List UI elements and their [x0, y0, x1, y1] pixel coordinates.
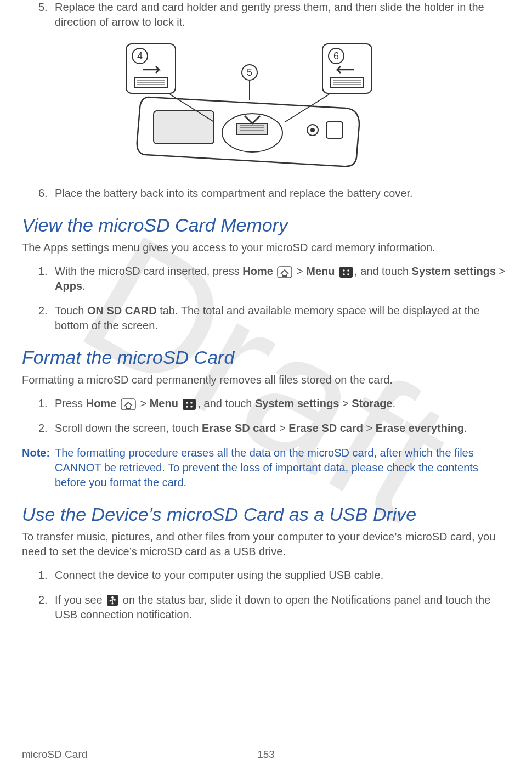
step-text: Replace the card and card holder and gen…	[55, 1, 484, 28]
callout-6: 6	[333, 50, 339, 61]
lead-usb: To transfer music, pictures, and other f…	[22, 530, 510, 559]
heading-format: Format the microSD Card	[22, 345, 510, 370]
svg-point-29	[343, 273, 345, 275]
step-6: 6. Place the battery back into its compa…	[22, 186, 510, 201]
text-part: Press	[55, 397, 86, 409]
diagram-card-holder: 4 6 5	[104, 40, 510, 175]
label-erase-everything: Erase everything	[376, 422, 464, 434]
format-step-1: 1. Press Home > Menu , and touch System …	[22, 396, 510, 411]
text-part: >	[140, 397, 149, 409]
intro-steps-cont: 6. Place the battery back into its compa…	[22, 186, 510, 201]
text-part: >	[496, 265, 505, 277]
format-steps: 1. Press Home > Menu , and touch System …	[22, 396, 510, 436]
label-home: Home	[86, 397, 117, 409]
home-icon	[121, 398, 136, 410]
text-part: .	[464, 422, 467, 434]
text-part: , and touch	[197, 397, 255, 409]
label-erase-sd-1: Erase SD card	[202, 422, 276, 434]
note-text: The formatting procedure erases all the …	[55, 446, 510, 490]
format-step-2: 2. Scroll down the screen, touch Erase S…	[22, 421, 510, 436]
text-part: >	[297, 265, 306, 277]
step-text: Connect the device to your computer usin…	[55, 569, 383, 581]
callout-4: 4	[137, 50, 143, 61]
text-part: .	[393, 397, 396, 409]
text-part: >	[276, 422, 289, 434]
svg-rect-40	[114, 599, 116, 601]
note-format: Note: The formatting procedure erases al…	[22, 446, 510, 490]
text-part: >	[363, 422, 376, 434]
svg-point-33	[186, 402, 189, 404]
text-part: >	[339, 397, 352, 409]
text-part: With the microSD card inserted, press	[55, 265, 242, 277]
label-storage: Storage	[352, 397, 392, 409]
note-label: Note:	[22, 446, 55, 490]
usb-step-1: 1. Connect the device to your computer u…	[22, 568, 510, 583]
usb-icon	[106, 594, 118, 606]
menu-icon	[182, 398, 196, 410]
label-menu: Menu	[306, 265, 335, 277]
step-number: 2.	[38, 593, 48, 607]
view-step-2: 2. Touch ON SD CARD tab. The total and a…	[22, 303, 510, 333]
lead-view-memory: The Apps settings menu gives you access …	[22, 240, 510, 255]
text-part: If you see	[55, 594, 105, 606]
label-home: Home	[242, 265, 273, 277]
svg-point-36	[191, 406, 193, 408]
label-apps: Apps	[55, 280, 82, 292]
step-number: 1.	[38, 568, 48, 583]
home-icon	[277, 266, 292, 278]
intro-steps: 5. Replace the card and card holder and …	[22, 0, 510, 30]
label-system-settings: System settings	[255, 397, 339, 409]
svg-rect-32	[183, 399, 196, 410]
svg-rect-22	[326, 122, 343, 138]
step-number: 2.	[38, 303, 48, 318]
menu-icon	[339, 266, 353, 278]
step-number: 6.	[38, 186, 48, 201]
svg-rect-26	[339, 267, 353, 278]
step-5: 5. Replace the card and card holder and …	[22, 0, 510, 30]
svg-point-34	[191, 402, 193, 404]
callout-5: 5	[247, 67, 252, 78]
text-part: on the status bar, slide it down to open…	[55, 594, 490, 621]
step-number: 2.	[38, 421, 48, 436]
text-part: Scroll down the screen, touch	[55, 422, 202, 434]
text-part: , and touch	[354, 265, 412, 277]
svg-point-35	[186, 406, 189, 408]
svg-point-30	[347, 273, 349, 275]
usb-steps: 1. Connect the device to your computer u…	[22, 568, 510, 622]
text-part: Touch	[55, 305, 87, 317]
step-number: 5.	[38, 0, 48, 15]
svg-point-28	[347, 269, 349, 272]
step-text: Place the battery back into its compartm…	[55, 187, 413, 199]
text-part: .	[82, 280, 86, 292]
footer-section: microSD Card	[22, 747, 87, 762]
svg-point-39	[110, 600, 111, 602]
step-number: 1.	[38, 264, 48, 279]
svg-point-38	[112, 603, 114, 605]
view-step-1: 1. With the microSD card inserted, press…	[22, 264, 510, 294]
page-footer: microSD Card 153	[22, 747, 510, 762]
svg-rect-16	[237, 123, 267, 134]
usb-step-2: 2. If you see on the status bar, slide i…	[22, 593, 510, 622]
label-menu: Menu	[150, 397, 178, 409]
footer-page-number: 153	[257, 747, 275, 762]
view-memory-steps: 1. With the microSD card inserted, press…	[22, 264, 510, 333]
label-on-sd-card: ON SD CARD	[87, 305, 157, 317]
step-number: 1.	[38, 396, 48, 411]
heading-usb: Use the Device’s microSD Card as a USB D…	[22, 502, 510, 527]
label-system-settings: System settings	[412, 265, 496, 277]
heading-view-memory: View the microSD Card Memory	[22, 213, 510, 238]
svg-point-27	[343, 269, 345, 272]
lead-format: Formatting a microSD card permanently re…	[22, 373, 510, 387]
label-erase-sd-2: Erase SD card	[288, 422, 363, 434]
svg-point-21	[310, 128, 315, 132]
